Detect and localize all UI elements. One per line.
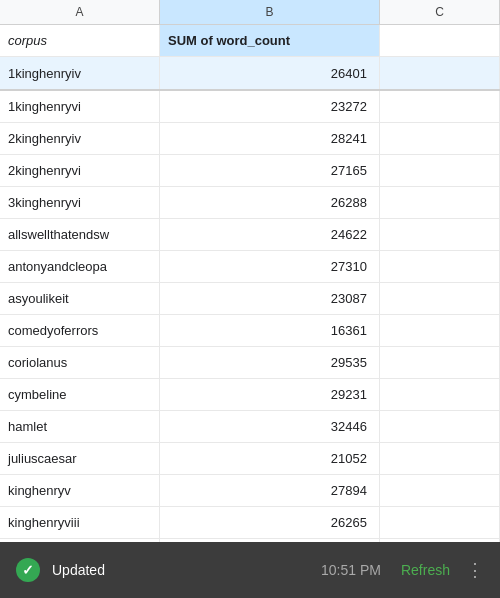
row-wordcount-cell: 24622 xyxy=(160,219,380,250)
header-corpus-cell: corpus xyxy=(0,25,160,56)
row-corpus-cell: hamlet xyxy=(0,411,160,442)
row-corpus-cell: 2kinghenryiv xyxy=(0,123,160,154)
row-c-cell xyxy=(380,251,500,282)
row-c-cell xyxy=(380,379,500,410)
table-row: 2kinghenryvi27165 xyxy=(0,155,500,187)
row-c-cell xyxy=(380,347,500,378)
header-c-cell xyxy=(380,25,500,56)
table-row: coriolanus29535 xyxy=(0,347,500,379)
table-row: 1kinghenryiv26401 xyxy=(0,57,500,91)
row-c-cell xyxy=(380,283,500,314)
table-row: 2kinghenryiv28241 xyxy=(0,123,500,155)
column-b-header: B xyxy=(160,0,380,24)
refresh-button[interactable]: Refresh xyxy=(401,562,450,578)
table-row: comedyoferrors16361 xyxy=(0,315,500,347)
table-row: cymbeline29231 xyxy=(0,379,500,411)
row-wordcount-cell: 23087 xyxy=(160,283,380,314)
table-row: antonyandcleopa27310 xyxy=(0,251,500,283)
row-wordcount-cell: 23272 xyxy=(160,91,380,122)
row-wordcount-cell: 26265 xyxy=(160,507,380,538)
table-row: 1kinghenryvi23272 xyxy=(0,91,500,123)
row-wordcount-cell: 27894 xyxy=(160,475,380,506)
spreadsheet: A B C corpus SUM of word_count 1kinghenr… xyxy=(0,0,500,598)
column-a-header: A xyxy=(0,0,160,24)
row-corpus-cell: coriolanus xyxy=(0,347,160,378)
row-wordcount-cell: 29231 xyxy=(160,379,380,410)
table-row: 3kinghenryvi26288 xyxy=(0,187,500,219)
row-c-cell xyxy=(380,155,500,186)
row-corpus-cell: allswellthatendsw xyxy=(0,219,160,250)
table-row: kinghenryviii26265 xyxy=(0,507,500,539)
table-row: hamlet32446 xyxy=(0,411,500,443)
row-c-cell xyxy=(380,91,500,122)
row-wordcount-cell: 16361 xyxy=(160,315,380,346)
row-c-cell xyxy=(380,443,500,474)
more-options-button[interactable]: ⋮ xyxy=(466,559,484,581)
row-wordcount-cell: 29535 xyxy=(160,347,380,378)
row-wordcount-cell: 27310 xyxy=(160,251,380,282)
table-row: asyoulikeit23087 xyxy=(0,283,500,315)
row-corpus-cell: 2kinghenryvi xyxy=(0,155,160,186)
row-c-cell xyxy=(380,315,500,346)
row-wordcount-cell: 28241 xyxy=(160,123,380,154)
table-row: juliuscaesar21052 xyxy=(0,443,500,475)
row-corpus-cell: asyoulikeit xyxy=(0,283,160,314)
toast-time: 10:51 PM xyxy=(321,562,381,578)
row-wordcount-cell: 26401 xyxy=(160,57,380,89)
header-data-row: corpus SUM of word_count xyxy=(0,25,500,57)
row-c-cell xyxy=(380,219,500,250)
row-corpus-cell: antonyandcleopa xyxy=(0,251,160,282)
row-corpus-cell: 1kinghenryvi xyxy=(0,91,160,122)
row-c-cell xyxy=(380,187,500,218)
row-wordcount-cell: 26288 xyxy=(160,187,380,218)
table-row: kinghenryv27894 xyxy=(0,475,500,507)
data-rows: 1kinghenryiv264011kinghenryvi232722kingh… xyxy=(0,57,500,539)
row-wordcount-cell: 27165 xyxy=(160,155,380,186)
check-icon xyxy=(16,558,40,582)
row-corpus-cell: cymbeline xyxy=(0,379,160,410)
column-headers: A B C xyxy=(0,0,500,25)
row-corpus-cell: kinghenryv xyxy=(0,475,160,506)
row-corpus-cell: 3kinghenryvi xyxy=(0,187,160,218)
row-c-cell xyxy=(380,123,500,154)
column-c-header: C xyxy=(380,0,500,24)
row-wordcount-cell: 32446 xyxy=(160,411,380,442)
toast-status: Updated xyxy=(52,562,313,578)
row-c-cell xyxy=(380,411,500,442)
row-corpus-cell: juliuscaesar xyxy=(0,443,160,474)
row-corpus-cell: kinghenryviii xyxy=(0,507,160,538)
row-wordcount-cell: 21052 xyxy=(160,443,380,474)
row-corpus-cell: comedyoferrors xyxy=(0,315,160,346)
table-row: allswellthatendsw24622 xyxy=(0,219,500,251)
row-c-cell xyxy=(380,507,500,538)
row-c-cell xyxy=(380,57,500,89)
header-wordcount-cell: SUM of word_count xyxy=(160,25,380,56)
row-corpus-cell: 1kinghenryiv xyxy=(0,57,160,89)
toast-notification: Updated 10:51 PM Refresh ⋮ xyxy=(0,542,500,598)
row-c-cell xyxy=(380,475,500,506)
